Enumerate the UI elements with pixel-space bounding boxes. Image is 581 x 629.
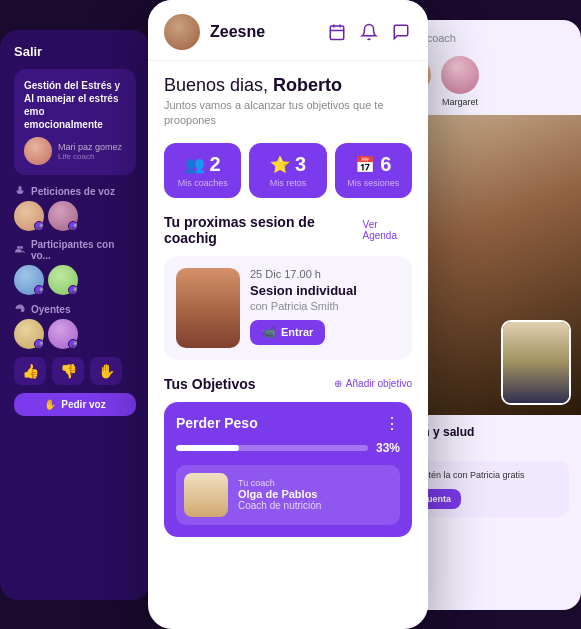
- sesiones-label: Mis sesiones: [347, 178, 399, 188]
- avatar-2: 🎤: [48, 201, 78, 231]
- avatar-6: 🎤: [48, 319, 78, 349]
- objetivo-coach-row: Tu coach Olga de Pablos Coach de nutrici…: [176, 465, 400, 525]
- sesiones-number: 6: [380, 153, 391, 176]
- objetivo-menu-button[interactable]: ⋮: [384, 414, 400, 433]
- hand-button[interactable]: ✋: [90, 357, 122, 385]
- svg-point-0: [17, 246, 20, 249]
- avatar-4: 🎤: [48, 265, 78, 295]
- left-panel: Salir Gestión del Estrés y Al manejar el…: [0, 30, 150, 600]
- progress-bar-bg: [176, 445, 368, 451]
- proximas-title: Tu proximas sesion de coachig: [164, 214, 363, 246]
- objetivos-title: Tus Objetivos: [164, 376, 256, 392]
- video-person-2: [501, 320, 571, 405]
- objetivo-top: Perder Peso ⋮: [176, 414, 400, 433]
- retos-number: 3: [295, 153, 306, 176]
- sesiones-icon: 📅: [355, 155, 375, 174]
- progress-bar-fill: [176, 445, 239, 451]
- peticiones-avatars: 🎤 🎤: [14, 201, 136, 231]
- peticiones-label: Peticiones de voz: [14, 185, 136, 197]
- coach-name-margaret: Margaret: [442, 97, 478, 107]
- coach-avatar-left: [24, 137, 52, 165]
- retos-icon: ⭐: [270, 155, 290, 174]
- coach-name-left: Mari paz gomez: [58, 142, 122, 152]
- stat-sesiones[interactable]: 📅 6 Mis sesiones: [335, 143, 412, 198]
- bell-icon[interactable]: [358, 21, 380, 43]
- session-type: Sesion individual: [250, 283, 400, 298]
- thumbs-down-button[interactable]: 👎: [52, 357, 84, 385]
- participantes-label: Participantes con vo...: [14, 239, 136, 261]
- session-date: 25 Dic 17.00 h: [250, 268, 400, 280]
- objetivo-coach-name: Olga de Pablos: [238, 488, 321, 500]
- session-with: con Patricia Smith: [250, 300, 400, 312]
- coaches-label: Mis coaches: [178, 178, 228, 188]
- objetivo-card: Perder Peso ⋮ 33% Tu coach Olga de Pablo…: [164, 402, 412, 537]
- objetivo-coach-info: Tu coach Olga de Pablos Coach de nutrici…: [238, 478, 321, 511]
- svg-point-1: [20, 246, 23, 249]
- session-card-left: Gestión del Estrés y Al manejar el estré…: [14, 69, 136, 175]
- salir-button[interactable]: Salir: [14, 44, 136, 59]
- app-name: Zeesne: [210, 23, 316, 41]
- session-coach-image: [176, 268, 240, 348]
- oyentes-avatars: 🎤 🎤: [14, 319, 136, 349]
- calendar-icon[interactable]: [326, 21, 348, 43]
- session-title-left: Gestión del Estrés y Al manejar el estré…: [24, 79, 126, 131]
- user-avatar: [164, 14, 200, 50]
- coaches-icon: 👥: [185, 155, 205, 174]
- objetivo-coach-role: Coach de nutrición: [238, 500, 321, 511]
- coaches-number: 2: [210, 153, 221, 176]
- svg-rect-2: [330, 26, 344, 40]
- thumbs-up-button[interactable]: 👍: [14, 357, 46, 385]
- progress-pct: 33%: [376, 441, 400, 455]
- coach-item-margaret[interactable]: Margaret: [441, 56, 479, 107]
- progress-row: 33%: [176, 441, 400, 455]
- session-details: 25 Dic 17.00 h Sesion individual con Pat…: [250, 268, 400, 348]
- header-icons: [326, 21, 412, 43]
- entrar-button[interactable]: 📹 Entrar: [250, 320, 325, 345]
- objetivo-coach-thumb: [184, 473, 228, 517]
- avatar-5: 🎤: [14, 319, 44, 349]
- avatar-1: 🎤: [14, 201, 44, 231]
- retos-label: Mis retos: [270, 178, 307, 188]
- coach-role-left: Life coach: [58, 152, 122, 161]
- main-header: Zeesne: [148, 0, 428, 61]
- bottom-actions: 👍 👎 ✋: [14, 357, 136, 385]
- proximas-header: Tu proximas sesion de coachig Ver Agenda: [164, 214, 412, 246]
- subtext: Juntos vamos a alcanzar tus objetivos qu…: [164, 98, 412, 129]
- objetivo-title: Perder Peso: [176, 415, 258, 431]
- stat-retos[interactable]: ⭐ 3 Mis retos: [249, 143, 326, 198]
- main-panel: Zeesne Buenos dias, Roberto Juntos vamos…: [148, 0, 428, 629]
- chat-icon[interactable]: [390, 21, 412, 43]
- oyentes-label: Oyentes: [14, 303, 136, 315]
- main-content: Buenos dias, Roberto Juntos vamos a alca…: [148, 61, 428, 626]
- greeting: Buenos dias, Roberto: [164, 75, 412, 96]
- coach-text-label: Tu coach: [238, 478, 321, 488]
- avatar-3: 🎤: [14, 265, 44, 295]
- participantes-avatars: 🎤 🎤: [14, 265, 136, 295]
- stat-coaches[interactable]: 👥 2 Mis coaches: [164, 143, 241, 198]
- objetivos-header: Tus Objetivos ⊕ Añadir objetivo: [164, 376, 412, 392]
- add-objetivo-button[interactable]: ⊕ Añadir objetivo: [334, 378, 412, 389]
- coach-avatar-margaret: [441, 56, 479, 94]
- ver-agenda-link[interactable]: Ver Agenda: [363, 219, 412, 241]
- pedir-voz-button[interactable]: ✋ Pedir voz: [14, 393, 136, 416]
- session-card: 25 Dic 17.00 h Sesion individual con Pat…: [164, 256, 412, 360]
- stats-row: 👥 2 Mis coaches ⭐ 3 Mis retos 📅 6 Mis se…: [164, 143, 412, 198]
- coach-info: Mari paz gomez Life coach: [24, 137, 126, 165]
